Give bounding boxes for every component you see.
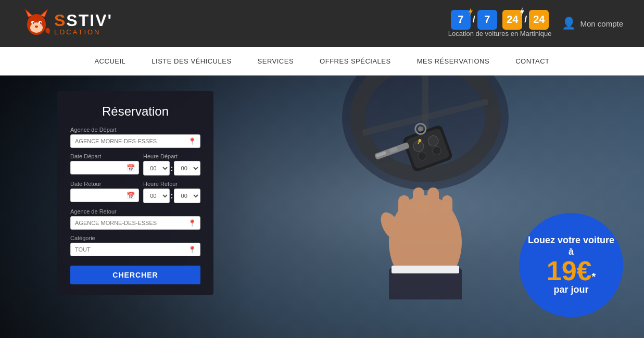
nav-services[interactable]: SERVICES [258, 55, 294, 68]
account-label: Mon compte [580, 19, 623, 28]
date-depart-label: Date Départ [70, 153, 139, 159]
nav-offres[interactable]: OFFRES SPÉCIALES [320, 55, 391, 68]
logo-text: SSTIV' Location [54, 12, 112, 35]
svg-marker-11 [469, 7, 473, 17]
svg-point-8 [33, 22, 34, 24]
heure-depart-group: Heure Départ 00010203 04050607 08091011 … [143, 153, 200, 176]
lightning-icon-orange [519, 7, 525, 17]
agence-depart-input[interactable] [70, 134, 200, 148]
agence-depart-group: Agence de Départ 📍 [70, 127, 200, 148]
heure-depart-label: Heure Départ [143, 153, 200, 159]
time-badges: 7 / 7 24 / [451, 10, 549, 30]
account-icon: 👤 [562, 17, 576, 30]
car-key-svg: 🔑 [316, 76, 535, 299]
heure-depart-sep: : [171, 164, 173, 172]
promo-circle: Louez votre voiture à 19€* par jour [519, 213, 623, 317]
header: SSTIV' Location 7 / 7 [0, 0, 644, 47]
heure-depart-inputs: 00010203 04050607 08091011 12131415 1617… [143, 161, 200, 176]
badge-24-right: 24 [529, 10, 549, 30]
tagline: Location de voitures en Martinique [448, 30, 552, 37]
heure-retour-inputs: 00010206 08101214 16182022 : 00153045 [143, 189, 200, 203]
logo-fox-icon [21, 8, 52, 39]
svg-rect-21 [427, 187, 439, 229]
heure-retour-group: Heure Retour 00010206 08101214 16182022 … [143, 181, 200, 203]
heure-depart-m-select[interactable]: 00153045 [174, 161, 200, 176]
date-retour-input[interactable] [70, 189, 139, 202]
date-retour-label: Date Retour [70, 181, 139, 187]
reservation-form: Réservation Agence de Départ 📍 Date Dépa… [57, 91, 213, 295]
nav-contact[interactable]: CONTACT [515, 55, 549, 68]
logo-subtitle: Location [54, 29, 112, 35]
promo-price: 19€* [547, 257, 596, 284]
heure-retour-m-select[interactable]: 00153045 [174, 189, 200, 203]
logo-brand: SSTIV' [54, 12, 112, 29]
account-button[interactable]: 👤 Mon compte [562, 17, 623, 30]
categorie-input-wrapper: 📍 [70, 243, 200, 256]
agence-retour-group: Agence de Retour 📍 [70, 208, 200, 230]
date-retour-group: Date Retour 📅 [70, 181, 139, 203]
badge-7-left: 7 [451, 10, 471, 30]
hero-illustration: 🔑 [306, 76, 566, 338]
nav-reservations[interactable]: MES RÉSERVATIONS [417, 55, 489, 68]
promo-text-top: Louez votre voiture à [527, 235, 615, 257]
date-heure-depart-row: Date Départ 📅 Heure Départ 00010203 0405… [70, 153, 200, 181]
heure-retour-h-select[interactable]: 00010206 08101214 16182022 [143, 189, 170, 203]
promo-price-value: 19€ [547, 256, 592, 286]
header-right: 7 / 7 24 / [448, 10, 623, 37]
promo-asterisk: * [591, 271, 596, 282]
date-depart-input[interactable] [70, 161, 139, 174]
badge-24-left: 24 [502, 10, 522, 30]
date-retour-input-wrapper: 📅 [70, 189, 139, 202]
agence-retour-label: Agence de Retour [70, 208, 200, 215]
form-title: Réservation [70, 104, 200, 119]
promo-text-bottom: par jour [553, 284, 588, 295]
svg-rect-25 [392, 266, 459, 273]
agence-depart-label: Agence de Départ [70, 127, 200, 133]
navbar: ACCUEIL LISTE DES VÉHICULES SERVICES OFF… [0, 47, 644, 76]
hero-section: 🔑 Réservation Agence de Départ 📍 Date Dé… [0, 76, 644, 338]
lightning-icon-blue [467, 7, 473, 17]
agence-retour-input-wrapper: 📍 [70, 216, 200, 230]
nav-liste-vehicules[interactable]: LISTE DES VÉHICULES [151, 55, 231, 68]
badges-area: 7 / 7 24 / [448, 10, 552, 37]
svg-rect-20 [413, 187, 424, 229]
svg-marker-12 [520, 7, 524, 17]
date-depart-input-wrapper: 📅 [70, 161, 139, 174]
chercher-button[interactable]: CHERCHER [70, 266, 200, 284]
heure-retour-sep: : [171, 192, 173, 200]
categorie-group: Catégorie 📍 [70, 235, 200, 256]
badge-7-right: 7 [477, 10, 497, 30]
date-depart-group: Date Départ 📅 [70, 153, 139, 176]
categorie-input[interactable] [70, 243, 200, 256]
heure-depart-h-select[interactable]: 00010203 04050607 08091011 12131415 1617… [143, 161, 170, 176]
svg-point-9 [40, 22, 42, 24]
categorie-label: Catégorie [70, 235, 200, 241]
logo-area: SSTIV' Location [21, 8, 112, 39]
date-heure-retour-row: Date Retour 📅 Heure Retour 00010206 0810… [70, 181, 200, 208]
svg-rect-22 [442, 195, 452, 229]
agence-retour-input[interactable] [70, 216, 200, 230]
heure-retour-label: Heure Retour [143, 181, 200, 187]
agence-depart-input-wrapper: 📍 [70, 134, 200, 148]
svg-point-10 [35, 26, 38, 28]
nav-accueil[interactable]: ACCUEIL [94, 55, 125, 68]
